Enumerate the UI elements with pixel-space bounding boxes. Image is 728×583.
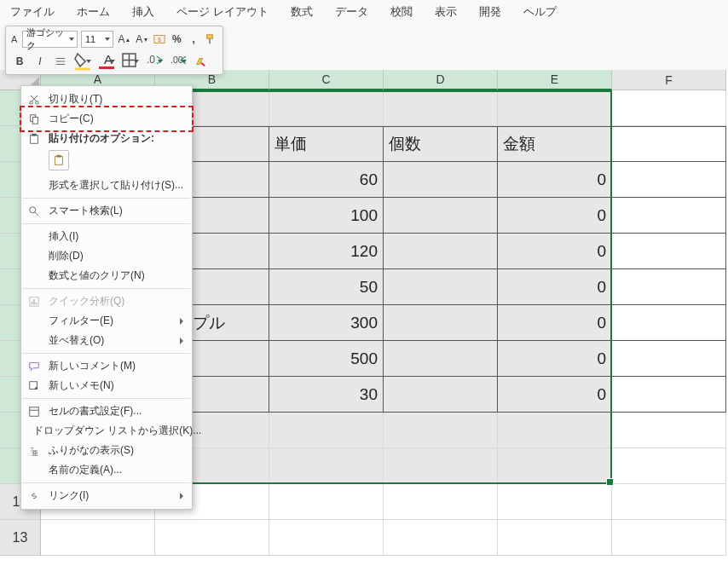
- bold-icon[interactable]: B: [11, 53, 28, 70]
- decrease-decimal-icon[interactable]: .0: [144, 54, 165, 69]
- font-name-combo[interactable]: 游ゴシック: [22, 31, 78, 48]
- ctx-copy[interactable]: コピー(C): [21, 109, 192, 129]
- menu-insert[interactable]: 挿入: [132, 4, 154, 20]
- menu-home[interactable]: ホーム: [77, 4, 110, 20]
- cell[interactable]: 500: [269, 341, 384, 377]
- cell[interactable]: [155, 520, 269, 556]
- cell[interactable]: 100: [269, 198, 384, 234]
- cell[interactable]: [498, 520, 612, 556]
- paste-option-normal-icon[interactable]: [49, 150, 69, 170]
- cell[interactable]: [612, 413, 726, 448]
- cell[interactable]: [269, 448, 384, 484]
- font-size-combo[interactable]: 11: [81, 31, 113, 48]
- ctx-new-comment[interactable]: 新しいコメント(M): [21, 356, 192, 376]
- cell[interactable]: 120: [269, 234, 384, 269]
- ctx-define-name[interactable]: 名前の定義(A)...: [21, 460, 192, 480]
- menu-page-layout[interactable]: ページ レイアウト: [176, 4, 269, 20]
- cell[interactable]: 60: [269, 162, 384, 198]
- borders-icon[interactable]: [120, 54, 141, 69]
- ctx-format-cells[interactable]: セルの書式設定(F)...: [21, 401, 192, 421]
- cell[interactable]: [41, 520, 155, 556]
- cell[interactable]: 50: [269, 269, 384, 305]
- cell[interactable]: 0: [498, 234, 612, 269]
- cell[interactable]: [612, 90, 726, 126]
- cell[interactable]: [612, 126, 726, 162]
- ctx-cut[interactable]: 切り取り(T): [21, 89, 192, 109]
- ctx-new-note[interactable]: 新しいメモ(N): [21, 376, 192, 395]
- comma-icon[interactable]: ,: [187, 31, 200, 48]
- cell[interactable]: [384, 341, 498, 377]
- cell[interactable]: 金額: [498, 126, 612, 162]
- col-head-c[interactable]: C: [269, 70, 384, 90]
- cell[interactable]: 300: [269, 305, 384, 341]
- ctx-dropdown-list[interactable]: ドロップダウン リストから選択(K)...: [21, 421, 192, 441]
- cell[interactable]: [612, 448, 726, 484]
- col-head-d[interactable]: D: [384, 70, 498, 90]
- menu-data[interactable]: データ: [335, 4, 368, 20]
- menu-review[interactable]: 校閲: [390, 4, 413, 20]
- menubar[interactable]: ファイル ホーム 挿入 ページ レイアウト 数式 データ 校閲 表示 開発 ヘル…: [0, 0, 728, 24]
- col-head-f[interactable]: F: [612, 70, 726, 90]
- menu-developer[interactable]: 開発: [479, 4, 501, 20]
- row-head[interactable]: 13: [0, 520, 41, 556]
- ctx-insert[interactable]: 挿入(I): [21, 227, 192, 246]
- cell[interactable]: [269, 90, 384, 126]
- cell[interactable]: [612, 520, 726, 556]
- cell[interactable]: [612, 269, 726, 305]
- clear-format-icon[interactable]: [192, 53, 209, 70]
- cell[interactable]: 30: [269, 377, 384, 413]
- cell[interactable]: [269, 484, 384, 520]
- decrease-font-icon[interactable]: A▼: [135, 31, 149, 48]
- cell[interactable]: 0: [498, 162, 612, 198]
- italic-icon[interactable]: I: [32, 53, 49, 70]
- cell[interactable]: 0: [498, 305, 612, 341]
- cell[interactable]: [269, 413, 384, 448]
- cell[interactable]: [384, 305, 498, 341]
- cell[interactable]: [384, 234, 498, 269]
- cell[interactable]: [498, 413, 612, 448]
- cell[interactable]: [498, 448, 612, 484]
- cell[interactable]: [269, 520, 384, 556]
- ctx-delete[interactable]: 削除(D): [21, 246, 192, 266]
- cell[interactable]: 0: [498, 269, 612, 305]
- cell[interactable]: 0: [498, 341, 612, 377]
- cell[interactable]: [384, 377, 498, 413]
- format-painter-icon[interactable]: [204, 31, 217, 48]
- ctx-smart-lookup[interactable]: スマート検索(L): [21, 201, 192, 221]
- ctx-clear[interactable]: 数式と値のクリア(N): [21, 266, 192, 286]
- menu-help[interactable]: ヘルプ: [523, 4, 557, 20]
- menu-view[interactable]: 表示: [435, 4, 457, 20]
- percent-icon[interactable]: %: [170, 31, 183, 48]
- cell[interactable]: [384, 413, 498, 448]
- cell[interactable]: 個数: [384, 126, 498, 162]
- cell[interactable]: 0: [498, 198, 612, 234]
- cell[interactable]: [498, 90, 612, 126]
- font-color-icon[interactable]: A: [96, 54, 117, 69]
- col-head-e[interactable]: E: [498, 70, 612, 90]
- cell[interactable]: 0: [498, 377, 612, 413]
- cell[interactable]: [384, 162, 498, 198]
- cell[interactable]: [612, 198, 726, 234]
- cell[interactable]: [384, 520, 498, 556]
- cell[interactable]: [384, 484, 498, 520]
- menu-file[interactable]: ファイル: [10, 4, 55, 20]
- cell[interactable]: [384, 269, 498, 305]
- accounting-format-icon[interactable]: $: [153, 31, 166, 48]
- cell[interactable]: [612, 377, 726, 413]
- cell[interactable]: [612, 484, 726, 520]
- cell[interactable]: [498, 484, 612, 520]
- cell[interactable]: [384, 448, 498, 484]
- align-icon[interactable]: [52, 53, 69, 70]
- increase-font-icon[interactable]: A▲: [117, 31, 131, 48]
- menu-formulas[interactable]: 数式: [291, 4, 313, 20]
- ctx-phonetic[interactable]: ア亜 ふりがなの表示(S): [21, 441, 192, 460]
- cell[interactable]: 単価: [269, 126, 384, 162]
- ctx-filter[interactable]: フィルター(E): [21, 311, 192, 331]
- ctx-sort[interactable]: 並べ替え(O): [21, 331, 192, 350]
- cell[interactable]: [384, 198, 498, 234]
- ctx-link[interactable]: リンク(I): [21, 486, 192, 505]
- cell[interactable]: [384, 90, 498, 126]
- cell[interactable]: [612, 234, 726, 269]
- cell[interactable]: [612, 305, 726, 341]
- cell[interactable]: [612, 341, 726, 377]
